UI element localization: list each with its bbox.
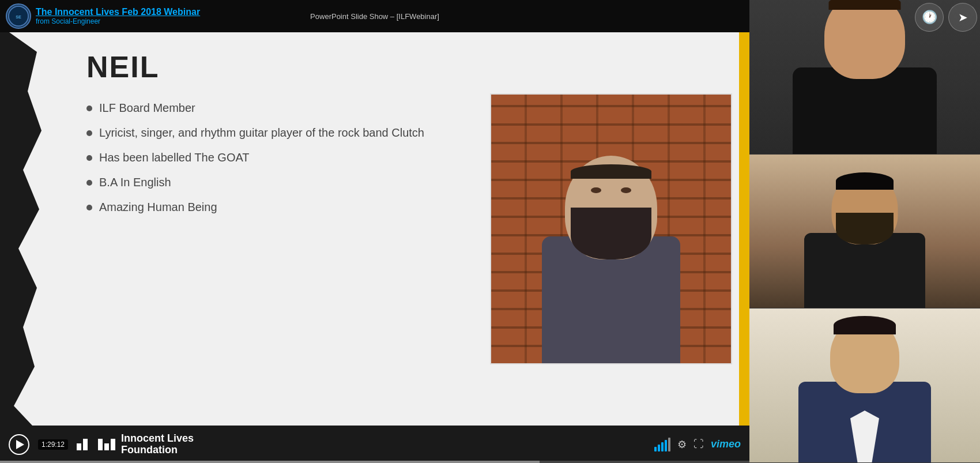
bullet-dot-1 [86, 106, 92, 111]
bullet-text-2: Lyricist, singer, and rhythm guitar play… [99, 126, 424, 140]
ilf-text: Innocent Lives Foundation [121, 433, 194, 456]
send-icon-button[interactable]: ➤ [948, 3, 977, 32]
bullet-list: ILF Board Member Lyricist, singer, and r… [86, 101, 461, 214]
eye-right [621, 187, 631, 193]
progress-fill [0, 461, 540, 463]
sig-5 [668, 438, 670, 451]
bullet-4: B.A In English [86, 176, 461, 189]
bullet-text-1: ILF Board Member [99, 101, 195, 115]
bullet-text-3: Has been labelled The GOAT [99, 151, 250, 164]
player-controls-right: ⚙ ⛶ vimeo [654, 438, 741, 451]
timestamp-badge: 1:29:12 [38, 439, 68, 450]
sig-2 [658, 445, 660, 451]
participant-box-2 [749, 155, 980, 309]
clock-icon: 🕐 [922, 10, 937, 25]
window-title: PowerPoint Slide Show – [ILFWebinar] [310, 12, 439, 21]
p2-beard [836, 213, 894, 244]
slide-content: NEIL ILF Board Member Lyricist, singer, … [75, 32, 473, 426]
bullet-3: Has been labelled The GOAT [86, 151, 461, 164]
bar-4 [104, 443, 109, 450]
person-beard [571, 208, 651, 259]
bullet-5: Amazing Human Being [86, 201, 461, 214]
bullet-dot-5 [86, 205, 92, 210]
ilf-logo: Innocent Lives Foundation [77, 433, 194, 456]
top-icons: 🕐 ➤ [915, 3, 977, 32]
main-video-player: SE The Innocent Lives Feb 2018 Webinar f… [0, 0, 749, 463]
bullet-dot-4 [86, 180, 92, 186]
participants-panel: 🕐 ➤ [749, 0, 980, 463]
video-title[interactable]: The Innocent Lives Feb 2018 Webinar [36, 7, 200, 17]
player-bottom-bar: 1:29:12 Innocent Lives Foundation [0, 426, 749, 463]
slide-area: NEIL ILF Board Member Lyricist, singer, … [0, 32, 749, 426]
bullet-text-4: B.A In English [99, 176, 171, 189]
p3-hair [834, 316, 896, 334]
bar-3 [98, 439, 103, 450]
slide-photo-area [473, 32, 749, 426]
bullet-2: Lyricist, singer, and rhythm guitar play… [86, 126, 461, 140]
video-top-bar: SE The Innocent Lives Feb 2018 Webinar f… [0, 0, 749, 32]
bar-5 [111, 439, 115, 450]
person-photo [490, 93, 732, 364]
bullet-dot-3 [86, 155, 92, 161]
play-button[interactable] [9, 434, 29, 455]
wavy-decoration [0, 32, 46, 426]
person-name: NEIL [86, 50, 461, 84]
social-engineer-logo: SE [6, 3, 31, 29]
ilf-bars-icon [77, 439, 115, 450]
bullet-text-5: Amazing Human Being [99, 201, 217, 214]
video-source: from Social-Engineer [36, 17, 200, 25]
bullet-dot-2 [86, 130, 92, 136]
p2-hair [836, 172, 894, 190]
title-info: The Innocent Lives Feb 2018 Webinar from… [36, 7, 200, 25]
vimeo-label: vimeo [711, 438, 741, 450]
bar-2 [83, 439, 88, 450]
signal-bars-icon [654, 438, 670, 451]
slide-decoration [0, 32, 75, 426]
p1-head [824, 0, 905, 79]
bar-1 [77, 443, 81, 450]
progress-bar[interactable] [0, 461, 749, 463]
play-icon [16, 440, 24, 449]
p1-hair [829, 0, 901, 10]
send-icon: ➤ [958, 10, 968, 24]
sig-3 [661, 442, 664, 451]
person-silhouette [519, 110, 703, 363]
settings-icon[interactable]: ⚙ [677, 438, 687, 451]
p1-shirt [793, 67, 937, 154]
participant-3-bg [749, 308, 980, 462]
fullscreen-icon[interactable]: ⛶ [693, 438, 704, 450]
eye-left [591, 187, 601, 193]
svg-text:SE: SE [16, 14, 21, 20]
participant-box-3 [749, 308, 980, 463]
participant-2-bg [749, 155, 980, 308]
participant-2-figure [749, 155, 980, 308]
sig-4 [665, 440, 667, 451]
clock-icon-button[interactable]: 🕐 [915, 3, 944, 32]
bullet-1: ILF Board Member [86, 101, 461, 115]
yellow-divider [739, 32, 749, 426]
participant-3-figure [749, 308, 980, 462]
person-top-hair [571, 164, 651, 179]
sig-1 [654, 447, 657, 451]
